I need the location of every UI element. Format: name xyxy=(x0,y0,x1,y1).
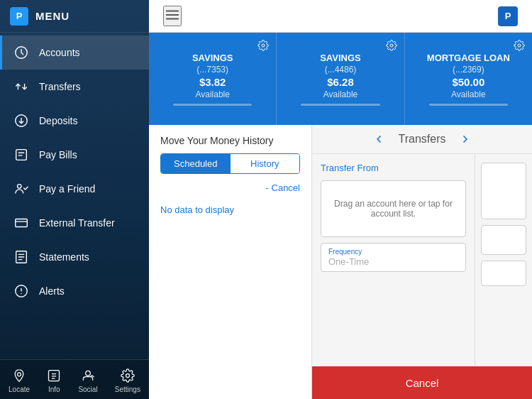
account-type-0: SAVINGS xyxy=(192,53,233,63)
transfer-to-freq xyxy=(481,225,526,255)
frequency-value: One-Time xyxy=(328,256,458,267)
svg-point-12 xyxy=(390,44,393,47)
svg-point-11 xyxy=(262,44,265,47)
transfer-from-label: Transfer From xyxy=(321,163,466,173)
transfers-header: Transfers xyxy=(312,125,532,154)
money-panel-title: Move Your Money History xyxy=(149,125,311,153)
transfers-prev-button[interactable] xyxy=(369,132,389,146)
cancel-button[interactable]: Cancel xyxy=(312,366,532,399)
footer-locate-label: Locate xyxy=(9,386,30,393)
statements-icon xyxy=(12,248,31,266)
svg-rect-2 xyxy=(16,150,27,160)
footer-settings[interactable]: Settings xyxy=(111,367,145,395)
alerts-icon xyxy=(12,282,31,300)
svg-point-3 xyxy=(18,185,22,189)
footer-social[interactable]: Social xyxy=(74,367,101,395)
cancel-row[interactable]: - Cancel xyxy=(149,181,311,199)
external-transfer-icon xyxy=(12,214,31,232)
transfers-icon xyxy=(12,77,31,96)
topbar-logo: P xyxy=(498,6,518,26)
main-content: P SAVINGS (...7353) $3.82 Available SAVI… xyxy=(149,0,532,399)
sidebar-header: P MENU xyxy=(0,0,149,33)
deposits-icon xyxy=(12,111,31,130)
svg-rect-8 xyxy=(49,371,60,381)
settings-icon xyxy=(121,368,135,384)
sidebar: P MENU Accounts Transfers Deposits xyxy=(0,0,149,399)
svg-point-13 xyxy=(518,44,521,47)
sidebar-item-statements[interactable]: Statements xyxy=(0,240,149,274)
sidebar-item-label: Deposits xyxy=(39,115,77,126)
menu-label: MENU xyxy=(35,10,70,22)
sidebar-item-external-transfer[interactable]: External Transfer xyxy=(0,206,149,240)
transfers-panel: Transfers Transfer From Drag an account … xyxy=(312,125,532,399)
transfer-to-partial-col xyxy=(475,154,532,366)
account-amount-1: $6.28 xyxy=(327,76,354,88)
account-amount-0: $3.82 xyxy=(199,76,226,88)
account-gear-2[interactable] xyxy=(514,40,525,54)
no-data-text: No data to display xyxy=(149,199,311,221)
lower-area: Move Your Money History Scheduled Histor… xyxy=(149,125,532,399)
sidebar-footer: Locate Info Social Settings xyxy=(0,359,149,399)
sidebar-item-deposits[interactable]: Deposits xyxy=(0,104,149,138)
svg-point-10 xyxy=(126,374,129,378)
account-gear-0[interactable] xyxy=(257,40,269,54)
sidebar-item-transfers[interactable]: Transfers xyxy=(0,70,149,104)
scheduled-toggle[interactable]: Scheduled xyxy=(161,154,231,173)
account-gear-1[interactable] xyxy=(386,40,397,54)
footer-info[interactable]: Info xyxy=(43,367,65,395)
sidebar-item-label: External Transfer xyxy=(39,217,115,229)
account-number-2: (...2369) xyxy=(453,65,484,75)
pay-bills-icon xyxy=(12,146,31,164)
transfer-extra-box xyxy=(481,261,526,286)
account-card-2[interactable]: MORTGAGE LOAN (...2369) $50.00 Available xyxy=(405,33,532,125)
frequency-box[interactable]: Frequency One-Time xyxy=(321,243,466,272)
sidebar-item-label: Statements xyxy=(39,251,89,263)
account-card-0[interactable]: SAVINGS (...7353) $3.82 Available xyxy=(149,33,277,125)
footer-social-label: Social xyxy=(78,386,97,393)
accounts-strip: SAVINGS (...7353) $3.82 Available SAVING… xyxy=(149,33,532,125)
account-card-1[interactable]: SAVINGS (...4486) $6.28 Available xyxy=(277,33,404,125)
transfer-from-col: Transfer From Drag an account here or ta… xyxy=(312,154,475,366)
locate-icon xyxy=(12,368,26,384)
transfer-to-dropbox[interactable] xyxy=(481,163,526,219)
transfers-next-button[interactable] xyxy=(455,132,475,146)
svg-point-7 xyxy=(18,373,21,376)
account-bar-0 xyxy=(173,104,253,106)
topbar: P xyxy=(149,0,532,33)
account-available-1: Available xyxy=(323,89,358,99)
account-type-2: MORTGAGE LOAN xyxy=(427,53,510,63)
account-bar-1 xyxy=(301,104,380,106)
footer-info-label: Info xyxy=(48,386,60,393)
transfer-from-dropbox[interactable]: Drag an account here or tap for account … xyxy=(321,180,466,237)
sidebar-item-label: Accounts xyxy=(39,47,80,58)
sidebar-item-label: Pay a Friend xyxy=(39,183,95,195)
sidebar-item-pay-a-friend[interactable]: Pay a Friend xyxy=(0,172,149,206)
sidebar-item-alerts[interactable]: Alerts xyxy=(0,274,149,308)
account-available-0: Available xyxy=(195,89,229,99)
footer-locate[interactable]: Locate xyxy=(4,367,34,395)
account-available-2: Available xyxy=(451,89,485,99)
sidebar-nav: Accounts Transfers Deposits Pay Bills xyxy=(0,33,149,359)
history-toggle[interactable]: History xyxy=(231,154,300,173)
frequency-label: Frequency xyxy=(328,248,458,256)
account-amount-2: $50.00 xyxy=(452,76,484,88)
hamburger-button[interactable] xyxy=(163,6,182,26)
toggle-row: Scheduled History xyxy=(160,153,300,174)
pay-friend-icon xyxy=(12,180,31,198)
sidebar-item-label: Pay Bills xyxy=(39,149,77,160)
footer-settings-label: Settings xyxy=(115,386,140,393)
sidebar-item-label: Alerts xyxy=(39,285,65,297)
info-icon xyxy=(47,368,61,384)
money-panel: Move Your Money History Scheduled Histor… xyxy=(149,125,312,399)
accounts-icon xyxy=(12,43,31,62)
account-bar-2 xyxy=(429,104,509,106)
sidebar-item-pay-bills[interactable]: Pay Bills xyxy=(0,138,149,172)
account-number-0: (...7353) xyxy=(196,65,228,75)
transfers-title: Transfers xyxy=(399,133,446,146)
svg-point-9 xyxy=(86,371,91,376)
sidebar-logo: P xyxy=(10,7,28,26)
sidebar-item-accounts[interactable]: Accounts xyxy=(0,35,149,70)
account-number-1: (...4486) xyxy=(325,65,357,75)
account-type-1: SAVINGS xyxy=(320,53,361,63)
sidebar-item-label: Transfers xyxy=(39,81,81,92)
